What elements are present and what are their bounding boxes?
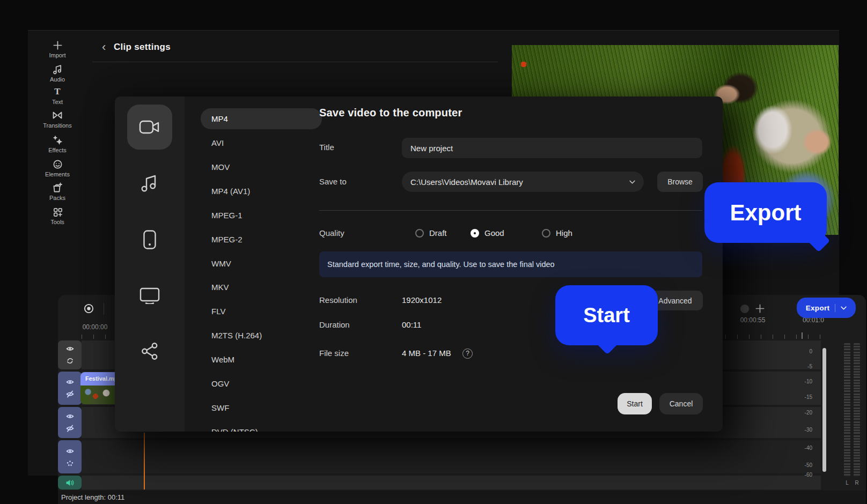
format-item[interactable]: SWF xyxy=(201,397,322,418)
sidebar-item-text[interactable]: T Text xyxy=(31,86,84,105)
resolution-label: Resolution xyxy=(319,295,357,306)
meter-channel-right: R xyxy=(854,480,860,486)
current-time: 00:00:00 xyxy=(76,323,114,331)
sidebar-item-tools[interactable]: Tools xyxy=(31,206,84,225)
meter-label: -10 xyxy=(790,379,812,384)
format-item[interactable]: DVD (NTSC) xyxy=(201,421,322,432)
music-note-icon xyxy=(31,63,84,75)
eye-off-icon[interactable] xyxy=(66,425,74,432)
export-callout: Export xyxy=(704,182,827,243)
category-video-camera[interactable] xyxy=(127,105,172,150)
meter-label: -40 xyxy=(790,445,812,451)
category-mobile[interactable] xyxy=(127,217,172,262)
speaker-icon[interactable] xyxy=(65,479,75,486)
sync-icon[interactable] xyxy=(66,357,74,365)
sidebar-item-label: Tools xyxy=(31,219,84,225)
category-share[interactable] xyxy=(127,329,172,374)
format-item[interactable]: MKV xyxy=(201,277,322,298)
save-to-value: C:\Users\Videos\Movavi Library xyxy=(410,177,523,187)
toolbar-dot-icon[interactable] xyxy=(740,305,749,313)
cancel-button[interactable]: Cancel xyxy=(659,393,703,414)
confetti-icon[interactable] xyxy=(66,459,74,466)
format-item[interactable]: MOV xyxy=(201,157,322,177)
sidebar-item-audio[interactable]: Audio xyxy=(31,63,84,83)
plus-icon xyxy=(31,39,84,51)
letter-t-icon: T xyxy=(31,86,84,98)
format-item[interactable]: MPEG-1 xyxy=(201,205,322,226)
eye-icon[interactable] xyxy=(66,379,74,386)
export-button-divider xyxy=(835,304,835,312)
meter-label: -15 xyxy=(790,394,812,400)
sidebar-item-packs[interactable]: Packs xyxy=(31,182,84,201)
meter-label: -60 xyxy=(790,472,812,478)
start-button[interactable]: Start xyxy=(618,393,652,414)
export-callout-label: Export xyxy=(730,200,801,226)
export-dialog: MP4 AVI MOV MP4 (AV1) MPEG-1 MPEG-2 WMV … xyxy=(115,97,723,432)
ruler-time: 00:00:55 xyxy=(731,316,774,324)
filesize-label: File size xyxy=(319,348,349,359)
vertical-scrollbar[interactable] xyxy=(822,348,826,472)
sidebar-item-transitions[interactable]: Transitions xyxy=(31,109,84,129)
sidebar-item-label: Import xyxy=(31,52,84,58)
meter-label: -5 xyxy=(790,364,812,369)
export-button[interactable]: Export xyxy=(797,298,856,318)
radio-draft[interactable] xyxy=(415,229,424,238)
meter-label: -50 xyxy=(790,462,812,468)
sidebar-item-label: Text xyxy=(31,99,84,105)
format-item[interactable]: AVI xyxy=(201,132,322,153)
track-row[interactable] xyxy=(82,476,821,490)
sidebar-item-label: Packs xyxy=(31,195,84,201)
format-item[interactable]: MP4 xyxy=(201,108,322,129)
sidebar-item-label: Transitions xyxy=(31,122,84,129)
share-icon xyxy=(141,342,158,360)
eye-icon[interactable] xyxy=(66,413,74,420)
format-item[interactable]: OGV xyxy=(201,373,322,394)
page-title: Clip settings xyxy=(114,42,171,53)
radio-high-label[interactable]: High xyxy=(556,228,572,239)
start-callout: Start xyxy=(555,285,658,345)
record-icon[interactable] xyxy=(84,303,94,314)
project-length-label: Project length: 00:11 xyxy=(61,493,124,501)
eye-icon[interactable] xyxy=(66,448,74,455)
save-to-select[interactable]: C:\Users\Videos\Movavi Library xyxy=(402,172,644,192)
title-input[interactable]: New project xyxy=(402,138,702,158)
browse-button[interactable]: Browse xyxy=(657,172,703,192)
radio-draft-label[interactable]: Draft xyxy=(429,228,447,239)
chevron-down-icon xyxy=(841,306,847,310)
radio-good-label[interactable]: Good xyxy=(484,228,504,239)
sidebar-item-elements[interactable]: Elements xyxy=(31,158,84,177)
export-button-label: Export xyxy=(806,304,830,312)
track-header xyxy=(58,340,82,369)
category-audio[interactable] xyxy=(127,161,172,206)
chevron-down-icon xyxy=(629,180,635,184)
track-header xyxy=(58,407,82,438)
meter-label: 0 xyxy=(790,349,812,354)
title-input-value: New project xyxy=(410,144,453,153)
quality-info-box: Standard export time, size, and quality.… xyxy=(319,251,702,277)
playhead[interactable] xyxy=(144,433,145,490)
help-icon[interactable]: ? xyxy=(462,349,473,359)
format-item[interactable]: WebM xyxy=(201,349,322,370)
monitor-icon xyxy=(139,287,160,304)
category-tv[interactable] xyxy=(127,273,172,318)
eye-icon[interactable] xyxy=(66,345,74,352)
eye-off-icon[interactable] xyxy=(66,390,74,398)
add-track-icon[interactable] xyxy=(755,303,765,314)
format-item[interactable]: WMV xyxy=(201,253,322,274)
status-bar: Project length: 00:11 xyxy=(58,491,866,504)
sparkles-icon xyxy=(31,134,84,146)
sidebar-item-effects[interactable]: Effects xyxy=(31,134,84,153)
track-header xyxy=(58,476,82,490)
format-item[interactable]: M2TS (H.264) xyxy=(201,325,322,346)
format-item[interactable]: FLV xyxy=(201,301,322,322)
track-row[interactable] xyxy=(82,440,821,473)
radio-high[interactable] xyxy=(542,229,550,238)
radio-good[interactable] xyxy=(471,229,479,238)
format-item[interactable]: MP4 (AV1) xyxy=(201,181,322,202)
sidebar-item-import[interactable]: Import xyxy=(31,39,84,58)
smiley-icon xyxy=(31,158,84,170)
format-item[interactable]: MPEG-2 xyxy=(201,229,322,250)
back-button[interactable]: ‹ xyxy=(102,41,106,53)
music-note-icon xyxy=(141,174,159,193)
toolbar-divider xyxy=(104,303,104,315)
